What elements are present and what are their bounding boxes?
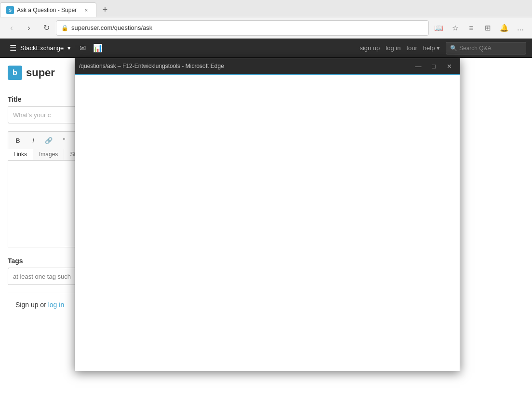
tab-links[interactable]: Links — [8, 149, 33, 160]
link-icon: 🔗 — [45, 137, 53, 144]
devtools-titlebar: /questions/ask – F12-Entwicklungstools -… — [75, 58, 460, 74]
devtools-window[interactable]: /questions/ask – F12-Entwicklungstools -… — [75, 58, 460, 371]
devtools-close-button[interactable]: ✕ — [442, 61, 456, 71]
login-link[interactable]: log in — [386, 44, 400, 52]
tab-close-button[interactable]: × — [82, 6, 90, 14]
login-link-footer[interactable]: log in — [48, 301, 64, 309]
inbox-icon[interactable]: ✉ — [75, 41, 90, 56]
devtools-overlay: /questions/ask – F12-Entwicklungstools -… — [0, 0, 532, 406]
achievements-icon[interactable]: 📊 — [90, 41, 106, 56]
tab-bar: S Ask a Question - Super × + — [0, 0, 532, 17]
footer-left: Sign up or log in — [15, 301, 64, 309]
se-dropdown-icon: ▾ — [67, 44, 71, 52]
favorites-button[interactable]: ☆ — [447, 20, 463, 36]
devtools-maximize-button[interactable]: □ — [427, 61, 440, 71]
site-logo: b super — [8, 66, 55, 80]
forward-button[interactable]: › — [21, 20, 37, 36]
bold-button[interactable]: B — [11, 135, 25, 146]
devtools-title: /questions/ask – F12-Entwicklungstools -… — [79, 63, 412, 69]
devtools-minimize-button[interactable]: — — [412, 61, 425, 71]
reader-view-button[interactable]: 📖 — [431, 20, 446, 36]
address-bar[interactable]: 🔒 superuser.com/questions/ask — [56, 20, 429, 36]
browser-toolbar: ‹ › ↻ 🔒 superuser.com/questions/ask 📖 ☆ … — [0, 17, 532, 39]
collections-button[interactable]: ≡ — [464, 20, 479, 36]
logo-text: super — [26, 67, 55, 79]
se-nav-right: sign up log in tour help ▾ 🔍 — [359, 42, 526, 54]
lock-icon: 🔒 — [61, 25, 68, 31]
se-logo-text: StackExchange — [20, 44, 64, 52]
logo-icon: b — [8, 66, 22, 80]
italic-button[interactable]: I — [27, 135, 40, 146]
address-text: superuser.com/questions/ask — [71, 24, 152, 31]
search-box[interactable]: 🔍 — [446, 42, 526, 54]
help-link[interactable]: help ▾ — [423, 44, 440, 52]
tab-images[interactable]: Images — [33, 149, 64, 160]
refresh-button[interactable]: ↻ — [39, 20, 54, 36]
se-logo[interactable]: ☰ StackExchange ▾ — [6, 43, 75, 53]
search-input[interactable] — [459, 45, 522, 52]
tour-link[interactable]: tour — [406, 44, 417, 52]
toolbar-icons: 📖 ☆ ≡ ⊞ 🔔 … — [431, 20, 528, 36]
hamburger-icon: ☰ — [10, 43, 16, 53]
devtools-content — [75, 74, 460, 371]
tab-favicon: S — [6, 6, 14, 14]
browser-tab[interactable]: S Ask a Question - Super × — [0, 2, 96, 17]
signup-link[interactable]: sign up — [359, 44, 380, 52]
devtools-buttons: — □ ✕ — [412, 61, 456, 71]
extensions-button[interactable]: ⊞ — [480, 20, 495, 36]
back-button[interactable]: ‹ — [4, 20, 19, 36]
se-navbar: ☰ StackExchange ▾ ✉ 📊 sign up log in tou… — [0, 39, 532, 58]
account-button[interactable]: 🔔 — [496, 20, 512, 36]
search-icon: 🔍 — [450, 45, 457, 52]
more-button[interactable]: … — [513, 20, 528, 36]
new-tab-button[interactable]: + — [96, 2, 114, 17]
quote-button[interactable]: " — [57, 135, 71, 146]
link-button[interactable]: 🔗 — [42, 135, 55, 146]
tab-title: Ask a Question - Super — [17, 7, 80, 14]
